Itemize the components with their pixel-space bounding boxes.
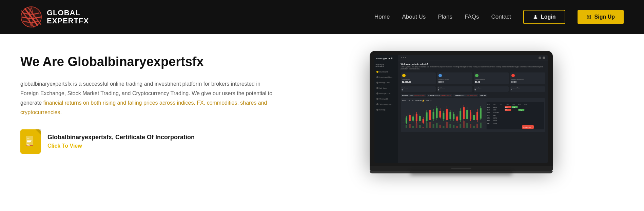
svg-text:1.Buy: 1.Buy [519,109,522,111]
svg-text:PDF: PDF [27,145,31,146]
svg-text:DXY: DXY [487,123,490,124]
screen-content: Solid Crypto FX ☰ admin adminadmin admin… [374,55,548,163]
screen-chart-title: AAPL · 1m · 1h · Apple Inc 🔔 Close $X [402,100,544,102]
laptop-stand [370,171,553,173]
screen-admin-label: admin adminadmin admin [376,64,397,67]
svg-rect-68 [449,124,451,128]
certificate-info: Globalbinaryexpertsfx, Certificate Of In… [47,134,195,149]
screen-menu-icon [401,57,406,58]
nav-contact[interactable]: Contact [491,14,511,20]
svg-point-2 [534,15,536,17]
logo-text: GLOBAL EXPERTFX [47,9,89,25]
svg-rect-72 [463,121,465,128]
screen-ticker-bar: EUR/USD 1.20139 -0.00016 (-0.01%) BTC/US… [401,94,545,97]
svg-text:USD: USD [493,104,496,105]
screen-user-icon [543,57,545,59]
svg-text:0.3039: 0.3039 [493,120,497,122]
svg-rect-61 [426,123,427,128]
screen-count-active: Active Users 9 [474,86,509,92]
screen-sidebar-users: Manage Users [376,81,397,85]
svg-rect-56 [409,124,410,128]
login-button[interactable]: Login [523,10,565,24]
nav-about[interactable]: About Us [402,14,426,20]
screen-ticker-btcusd: BTC/USD 62920.9 -1283.46 (-0.77%) [427,94,452,97]
svg-rect-74 [470,124,471,128]
screen-sidebar-message: Message Of W... [376,91,397,96]
screen-topbar-right [539,57,545,59]
screen-count-plans: Investment Plans 4 [510,86,545,92]
svg-rect-66 [443,126,444,128]
signup-button[interactable]: Sign Up [578,10,624,24]
screen-body: Welcome, admin admin! Solid Crypto FX is… [398,61,548,163]
user-icon [533,14,538,20]
screen-ticker-ethusd: ETH/USD 3235.17 -144.59 (-4.27%) [453,94,478,97]
certificate-link[interactable]: Click To View [47,143,195,149]
screen-chart-inner: AAPL · 1m · 1h · Apple Inc 🔔 Close $X [401,98,545,132]
svg-text:CAD: CAD [487,118,490,119]
screen-stat-deposit-icon [402,74,406,77]
svg-rect-65 [439,125,441,128]
svg-text:0.0917463: 0.0917463 [493,112,499,113]
screen-ticker-eurusd: EUR/USD 1.20139 -0.00016 (-0.01%) [401,94,426,97]
logo: GLOBAL EXPERTFX [20,6,89,28]
main-section: We Are Globalbinaryexpertsfx globalbinar… [0,34,644,211]
svg-rect-60 [422,127,424,128]
screen-stat-withdrawal: Total Withdrawal $0.00 [474,72,509,84]
svg-rect-55 [405,125,407,128]
main-nav: Home About Us Plans FAQs Contact Login S… [374,10,624,24]
nav-home[interactable]: Home [374,14,390,20]
svg-text:4.032: 4.032 [493,109,496,111]
svg-text:1.Buy: 1.Buy [512,107,515,108]
screen-sidebar-settings: Settings [376,108,397,112]
svg-rect-70 [456,126,458,128]
screen-sidebar-addusers: Add Users [376,86,397,90]
logo-global: GLOBAL [47,9,89,17]
svg-rect-63 [432,124,434,128]
svg-rect-75 [473,126,475,128]
logo-icon [20,6,42,28]
svg-rect-77 [480,123,481,128]
svg-text:AUD: AUD [487,109,490,111]
laptop-foot [410,171,512,173]
screen-sidebar-dashboard: Dashboard [376,70,397,74]
svg-text:0.3751: 0.3751 [493,118,497,119]
svg-text:EUR: EUR [487,104,490,105]
page-title: We Are Globalbinaryexpertsfx [20,54,278,70]
svg-rect-62 [429,122,431,128]
screen-chart-area: AAPL · 1m · 1h · Apple Inc 🔔 Close $X [401,98,545,132]
svg-text:JPY: JPY [500,104,503,105]
svg-rect-64 [436,123,437,128]
svg-rect-67 [446,122,448,128]
certificate-title: Globalbinaryexpertsfx, Certificate Of In… [47,134,195,141]
screen-main: Welcome, admin admin! Solid Crypto FX is… [398,55,548,163]
screen-topbar [398,55,548,61]
svg-rect-58 [415,123,417,128]
svg-text:AUD: AUD [518,104,521,105]
screen-moon-icon [539,57,541,59]
svg-text:GBP: GBP [506,104,509,105]
svg-text:CHF: CHF [487,115,489,116]
screen-sidebar-view: View Ayebls [376,97,397,101]
pdf-icon: PDF [20,129,41,154]
nav-faqs[interactable]: FAQs [465,14,479,20]
screen-stat-withdrawal-icon [475,74,479,77]
screen-sidebar: Solid Crypto FX ☰ admin adminadmin admin… [374,55,398,163]
svg-rect-73 [466,123,468,128]
screen-welcome-sub: Solid Crypto FX is a group of financial … [401,66,545,70]
nav-plans[interactable]: Plans [438,14,452,20]
svg-text:Chat With Us: Chat With Us [523,126,531,128]
laptop-base [370,166,553,171]
certificate-box: PDF Globalbinaryexpertsfx, Certificate O… [20,129,278,154]
svg-rect-76 [476,124,478,128]
screen-ticker-sp500: S&P 500 [479,94,487,97]
screen-stat-pending-icon [438,74,442,77]
svg-text:CAD: CAD [524,104,527,105]
laptop-screen: Solid Crypto FX ☰ admin adminadmin admin… [374,55,548,163]
pdf-file-icon: PDF [25,135,36,148]
screen-count-total: Total Users 9 [401,86,436,92]
svg-text:GBP: GBP [487,112,490,113]
svg-text:1.Sell: 1.Sell [505,109,508,111]
laptop: Solid Crypto FX ☰ admin adminadmin admin… [370,51,553,173]
description-highlight: financial returns on both rising and fal… [20,100,267,115]
svg-text:EUR: EUR [487,107,490,108]
